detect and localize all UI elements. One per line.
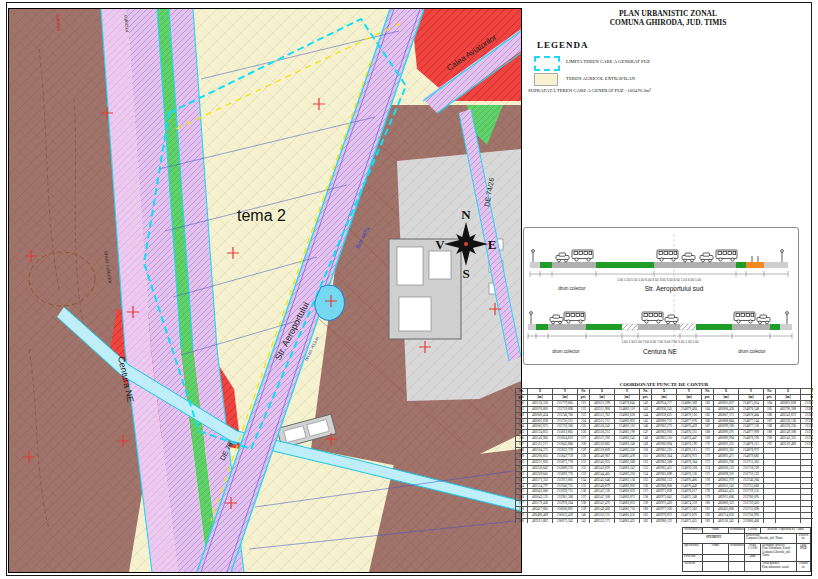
- compass-v: V: [435, 237, 445, 252]
- coord-cell: [764, 518, 776, 523]
- coord-cell: 120: [516, 518, 528, 523]
- coord-cell: 214881,435: [615, 518, 640, 523]
- site-plan-map: N S E V tema 2 Str. Aeroportului ret.tel…: [8, 8, 522, 573]
- tb-beneficiar: Comuna Ghiroda, jud. Timis: [746, 536, 783, 540]
- tb-verificat-semnatura: [729, 562, 745, 572]
- tb-plansa-nr: Plansa nr.: [797, 562, 811, 572]
- section-centura-ne: 1.00 1.50 5.50 7.00 3.00 7.00 3.00 7.00 …: [528, 312, 792, 355]
- coord-cell: 183: [702, 518, 714, 523]
- tb-verificat-nume: [703, 562, 729, 572]
- sec1-left-label: drum colector: [558, 286, 586, 291]
- coord-cell: 141: [578, 518, 590, 523]
- compass-n: N: [461, 207, 471, 222]
- tb-firm: STUDENT: [683, 533, 745, 543]
- tb-proiectat-nume: [703, 555, 729, 562]
- sec2-dims: 1.00 1.50 5.50 7.00 3.00 7.00 3.00 7.00 …: [621, 340, 698, 344]
- tb-verificat: Verificat: [683, 562, 703, 572]
- sec1-name: Str. Aeroportului sud: [645, 285, 704, 293]
- tb-proiectat: Proiectat: [683, 555, 703, 562]
- surface-note: SUPRAFAȚĂ TEREN CARE A GENERAT PUZ - 103…: [528, 88, 651, 93]
- tb-spec-nume: Nume: [703, 543, 729, 555]
- sec2-name: Centura NE: [643, 348, 678, 355]
- sheet-title: PLAN URBANISTIC ZONAL COMUNA GHIRODA, JU…: [540, 9, 796, 27]
- dim-line-1: [530, 271, 788, 277]
- coords-table-title: COORDONATE PUNCTE DE CONTUR: [515, 381, 813, 388]
- tb-scara: 1:1.000: [748, 546, 758, 550]
- tb-proiect-nr: Proiect nr.: [797, 533, 811, 543]
- tb-data: [745, 562, 761, 572]
- legend-swatch-puz-limit: [534, 56, 560, 71]
- pond: [315, 285, 345, 321]
- coord-cell: 483116,545: [714, 518, 739, 523]
- building-large: [389, 239, 461, 339]
- cross-sections-panel: 1.00 1.50 5.50 1.50 6.00 3.50 3.50 3.50 …: [523, 227, 799, 365]
- coord-cell: 213806,406: [739, 518, 764, 523]
- tb-faza-cell: Faza: PUZ: [797, 543, 811, 562]
- sheet-title-line1: PLAN URBANISTIC ZONAL: [540, 9, 796, 18]
- section-str-aeroportului-sud: 1.00 1.50 5.50 1.50 6.00 3.50 3.50 3.50 …: [530, 250, 788, 293]
- coord-cell: 162: [640, 518, 652, 523]
- coord-cell: 483511,682: [528, 518, 553, 523]
- coord-cell: [776, 518, 801, 523]
- compass-e: E: [488, 237, 497, 252]
- label-tema2: tema 2: [237, 207, 286, 224]
- sheet-title-line2: COMUNA GHIRODA, JUD. TIMIS: [540, 18, 796, 27]
- tb-titlu-cell: Titlul plansei: Plan urbanistic zonal: [761, 562, 797, 572]
- coord-cell: 483980,122: [652, 518, 677, 523]
- dim-line-2: [528, 333, 792, 339]
- tb-denumire-cell: Denumire proiect: Plan Urbanistic Zonal …: [761, 543, 797, 562]
- coord-cell: [801, 518, 814, 523]
- title-block: Verificator/Expert Nume Semnatura Cerint…: [682, 527, 810, 572]
- sec1-dims: 1.00 1.50 5.50 1.50 6.00 3.50 3.50 3.50 …: [617, 278, 701, 282]
- orange-strip: [746, 262, 764, 268]
- legend-heading: LEGENDA: [537, 40, 589, 50]
- sec2-left-label: drum colector: [552, 349, 580, 354]
- tb-specificatie: Specificatie: [683, 543, 703, 555]
- tb-spec-semnatura: Semnatura: [729, 543, 745, 555]
- legend-label-puz-limit: LIMITA TEREN CARE A GENERAT PUZ: [566, 59, 650, 64]
- tb-data-label: Data: [745, 555, 761, 562]
- coord-cell: 483552,171: [590, 518, 615, 523]
- legend-swatch-agricol: [534, 73, 558, 86]
- coords-table-wrap: COORDONATE PUNCTE DE CONTUR Nr.XYNr.XYNr…: [515, 381, 813, 523]
- tb-faza: PUZ: [800, 546, 806, 550]
- coord-cell: 214872,415: [677, 518, 702, 523]
- coord-cell: 216075,345: [553, 518, 578, 523]
- compass-s: S: [462, 266, 469, 281]
- tb-proiectat-semnatura: [729, 555, 745, 562]
- tb-denumire: Plan Urbanistic Zonal - Comuna Ghiroda, …: [762, 546, 792, 557]
- tb-beneficiar-cell: Beneficiar: Comuna Ghiroda, jud. Timis: [745, 533, 797, 543]
- sec2-right-label: drum colector: [738, 349, 766, 354]
- coords-table: Nr.XYNr.XYNr.XYNr.XYNr.XYprt.[m][m]prt.[…: [515, 388, 813, 523]
- legend-label-agricol: TEREN AGRICOL EXTRAVILAN: [566, 76, 635, 81]
- tb-titlu: Plan urbanistic zonal: [762, 565, 789, 569]
